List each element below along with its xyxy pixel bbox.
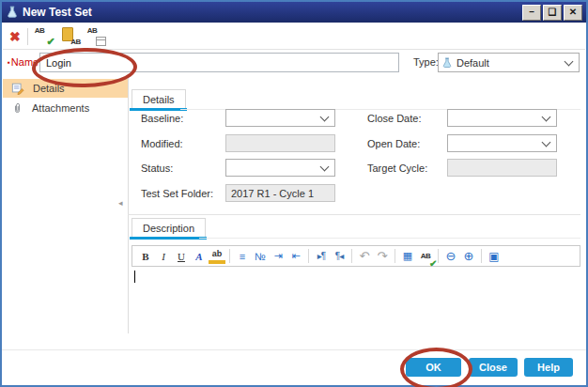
- sidebar-item-attachments[interactable]: Attachments: [3, 99, 128, 117]
- type-value: Default: [456, 57, 489, 69]
- bullet-list-icon[interactable]: ≡: [234, 248, 251, 265]
- tab-details[interactable]: Details: [132, 89, 186, 108]
- details-form-icon: [11, 82, 24, 95]
- maximize-button[interactable]: ❑: [543, 5, 562, 21]
- close-button[interactable]: Close: [469, 358, 518, 377]
- minimize-button[interactable]: –: [522, 5, 541, 21]
- help-button[interactable]: Help: [524, 358, 573, 377]
- clear-fields-icon[interactable]: ✖: [9, 30, 21, 43]
- chevron-down-icon: [542, 137, 551, 147]
- chevron-down-icon: [565, 56, 574, 66]
- decrease-indent-icon[interactable]: ⇤: [287, 248, 304, 265]
- splitter-collapse-icon[interactable]: ◂: [118, 198, 123, 208]
- spell-check-icon[interactable]: AB ✔: [417, 248, 434, 265]
- target-cycle-label: Target Cycle:: [367, 163, 427, 174]
- highlight-icon[interactable]: ab: [209, 248, 225, 264]
- italic-icon[interactable]: I: [155, 248, 172, 265]
- chevron-down-icon: [320, 162, 330, 171]
- rich-text-toolbar: B I U A ab ≡ № ⇥ ⇤ ▸¶ ¶◂ ↶ ↷ ▦ AB ✔ ⊖ ⊕ …: [132, 245, 580, 267]
- modified-label: Modified:: [141, 138, 183, 149]
- dialog-toolbar: ✖ AB ✔ AB AB: [3, 23, 585, 50]
- new-test-set-dialog: New Test Set – ❑ ✕ ✖ AB ✔ AB AB ▪Name: T…: [0, 0, 588, 387]
- test-set-type-icon: [441, 57, 453, 69]
- footer-divider: [2, 349, 586, 350]
- description-tab-strip: Description: [132, 218, 206, 240]
- details-tab-strip: Details: [132, 89, 186, 111]
- check-spelling-icon[interactable]: AB ✔: [35, 26, 54, 46]
- sidebar-item-label: Details: [33, 83, 65, 94]
- font-color-icon[interactable]: A: [191, 248, 208, 265]
- zoom-out-icon[interactable]: ⊖: [442, 248, 459, 265]
- dialog-title: New Test Set: [23, 6, 92, 19]
- section-divider: [128, 214, 580, 215]
- undo-icon[interactable]: ↶: [356, 248, 373, 265]
- required-marker: ▪: [8, 58, 10, 67]
- type-dropdown[interactable]: Default: [438, 53, 580, 72]
- text-cursor: [134, 271, 135, 283]
- status-dropdown[interactable]: [225, 159, 335, 177]
- zoom-in-icon[interactable]: ⊕: [460, 248, 477, 265]
- close-date-dropdown[interactable]: [447, 109, 557, 127]
- target-cycle-field: [447, 159, 557, 177]
- baseline-label: Baseline:: [141, 113, 183, 124]
- sidebar-item-label: Attachments: [32, 102, 89, 114]
- status-label: Status:: [141, 163, 173, 174]
- sidebar-divider: [128, 75, 129, 333]
- chevron-down-icon: [542, 112, 551, 121]
- modified-field: [225, 134, 335, 152]
- tab-strip-line: [199, 238, 580, 239]
- numbered-list-icon[interactable]: №: [252, 248, 269, 265]
- name-label: ▪Name:: [8, 56, 41, 68]
- description-tab-underline: [130, 237, 207, 240]
- spelling-options-icon[interactable]: AB: [87, 26, 107, 46]
- chevron-down-icon: [320, 112, 330, 121]
- close-date-label: Close Date:: [367, 113, 421, 124]
- underline-icon[interactable]: U: [173, 248, 190, 265]
- redo-icon[interactable]: ↷: [374, 248, 391, 265]
- toolbar-separator: [27, 28, 28, 45]
- rtl-paragraph-icon[interactable]: ¶◂: [331, 248, 348, 265]
- increase-indent-icon[interactable]: ⇥: [270, 248, 286, 265]
- type-label: Type:: [413, 56, 439, 68]
- tab-description[interactable]: Description: [132, 218, 206, 237]
- test-set-icon: [6, 6, 19, 19]
- ltr-paragraph-icon[interactable]: ▸¶: [313, 248, 330, 265]
- open-date-label: Open Date:: [367, 138, 420, 149]
- test-set-folder-field: 2017 R1 - Cycle 1: [225, 184, 335, 202]
- close-window-button[interactable]: ✕: [564, 5, 582, 21]
- description-editor-area[interactable]: [132, 267, 580, 333]
- full-screen-icon[interactable]: ▣: [486, 248, 503, 265]
- title-bar[interactable]: New Test Set – ❑ ✕: [2, 2, 586, 23]
- ok-button[interactable]: OK: [406, 358, 461, 377]
- sidebar-item-details[interactable]: Details: [3, 79, 128, 98]
- open-date-dropdown[interactable]: [447, 134, 557, 152]
- thesaurus-icon[interactable]: AB: [61, 26, 81, 46]
- test-set-folder-label: Test Set Folder:: [141, 188, 213, 199]
- baseline-dropdown[interactable]: [225, 109, 335, 127]
- details-tab-underline: [130, 108, 187, 111]
- paperclip-icon: [11, 102, 23, 115]
- insert-table-icon[interactable]: ▦: [399, 248, 416, 265]
- bold-icon[interactable]: B: [137, 248, 154, 265]
- name-input[interactable]: [39, 53, 399, 72]
